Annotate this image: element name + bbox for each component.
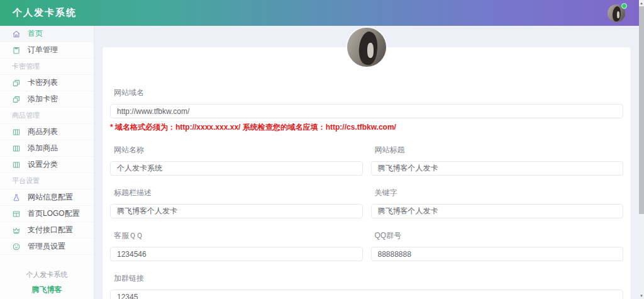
domain-label: 网站域名 — [110, 87, 623, 98]
smiley-icon — [12, 242, 21, 251]
scroll-down-arrow-icon[interactable]: ▼ — [639, 293, 644, 299]
book-columns-icon — [12, 144, 21, 153]
sidebar-item-home[interactable]: 首页 — [0, 26, 94, 42]
sidebar-item-category-settings[interactable]: 设置分类 — [0, 157, 94, 173]
sidebar-item-logo-config[interactable]: 首页LOGO配置 — [0, 206, 94, 222]
site-name-label: 网站名称 — [110, 145, 363, 155]
qq-group-field: QQ群号 — [371, 230, 624, 261]
sidebar-item-card-add[interactable]: 添加卡密 — [0, 91, 94, 108]
sidebar-item-product-list[interactable]: 商品列表 — [0, 124, 94, 140]
cards-copy-icon — [12, 95, 21, 104]
sidebar-nav: 首页 订单管理 卡密管理 卡密列表 添加卡密 商品管理 商品列表 添加商品 — [0, 26, 94, 299]
qq-group-label: QQ群号 — [371, 230, 624, 241]
flask-icon — [12, 193, 21, 202]
site-avatar[interactable] — [347, 28, 386, 67]
sidebar-item-label: 网站信息配置 — [28, 192, 73, 203]
book-columns-icon — [12, 161, 21, 169]
qq-group-input[interactable] — [371, 247, 624, 261]
footer-system-name: 个人发卡系统 — [0, 270, 94, 279]
sidebar-section-platform-settings: 平台设置 — [0, 173, 94, 189]
sidebar-item-label: 订单管理 — [28, 45, 58, 55]
crown-icon — [12, 226, 21, 235]
main-content-area: 网站域名 * 域名格式必须为：http://xxxx.xxx.xx/ 系统检查您… — [94, 26, 639, 299]
sidebar-item-payment-config[interactable]: 支付接口配置 — [0, 222, 94, 239]
sidebar-item-label: 卡密列表 — [28, 77, 58, 88]
book-columns-icon — [12, 128, 21, 137]
sidebar-item-orders[interactable]: 订单管理 — [0, 42, 94, 59]
sidebar-item-label: 商品列表 — [28, 127, 58, 137]
sidebar-item-label: 支付接口配置 — [28, 225, 73, 235]
sidebar-footer: 个人发卡系统 腾飞博客 — [0, 270, 94, 295]
service-qq-field: 客服ＱＱ — [110, 230, 363, 261]
site-title-label: 网站标题 — [371, 145, 624, 155]
sidebar-item-label: 设置分类 — [28, 159, 58, 170]
scrollbar-thumb[interactable] — [639, 6, 644, 214]
domain-input[interactable] — [110, 104, 623, 118]
group-link-label: 加群链接 — [110, 273, 623, 284]
sidebar-item-card-list[interactable]: 卡密列表 — [0, 75, 94, 91]
title-desc-label: 标题栏描述 — [110, 188, 363, 198]
sidebar-item-admin-settings[interactable]: 管理员设置 — [0, 239, 94, 255]
cards-copy-icon — [12, 79, 21, 87]
sidebar-item-label: 添加卡密 — [28, 94, 58, 104]
order-clipboard-icon — [12, 46, 21, 55]
group-link-field: 加群链接 — [110, 273, 623, 299]
site-title-input[interactable] — [371, 161, 624, 176]
layout-icon — [12, 210, 21, 218]
service-qq-label: 客服ＱＱ — [110, 230, 363, 241]
service-qq-input[interactable] — [110, 247, 363, 261]
avatar-photo — [347, 28, 386, 67]
home-icon — [12, 30, 21, 38]
site-name-input[interactable] — [110, 161, 363, 176]
sidebar-item-site-info-config[interactable]: 网站信息配置 — [0, 189, 94, 206]
sidebar-item-product-add[interactable]: 添加商品 — [0, 140, 94, 157]
sidebar-item-label: 首页LOGO配置 — [28, 208, 80, 219]
keywords-input[interactable] — [371, 204, 624, 218]
site-info-form: 网站域名 * 域名格式必须为：http://xxxx.xxx.xx/ 系统检查您… — [103, 47, 631, 299]
top-header-bar: 个人发卡系统 — [0, 0, 639, 26]
domain-format-note: * 域名格式必须为：http://xxxx.xxx.xx/ 系统检查您的域名应填… — [110, 122, 623, 133]
title-desc-field: 标题栏描述 — [110, 188, 363, 218]
site-title-field: 网站标题 — [371, 145, 624, 176]
footer-blog-link[interactable]: 腾飞博客 — [0, 285, 94, 295]
sidebar-item-label: 管理员设置 — [28, 241, 65, 252]
site-info-config-card: 网站域名 * 域名格式必须为：http://xxxx.xxx.xx/ 系统检查您… — [103, 47, 631, 299]
sidebar-section-product-management: 商品管理 — [0, 108, 94, 124]
keywords-field: 关键字 — [371, 188, 624, 218]
page-scrollbar[interactable]: ▲ ▼ — [639, 0, 644, 299]
sidebar-item-label: 添加商品 — [28, 143, 58, 154]
title-desc-input[interactable] — [110, 204, 363, 218]
site-name-field: 网站名称 — [110, 145, 363, 176]
group-link-input[interactable] — [110, 290, 623, 299]
online-status-badge — [621, 3, 627, 9]
app-title: 个人发卡系统 — [0, 7, 77, 19]
keywords-label: 关键字 — [371, 188, 624, 198]
sidebar-item-label: 首页 — [28, 28, 43, 39]
scroll-up-arrow-icon[interactable]: ▲ — [639, 0, 644, 6]
sidebar-section-card-management: 卡密管理 — [0, 59, 94, 75]
